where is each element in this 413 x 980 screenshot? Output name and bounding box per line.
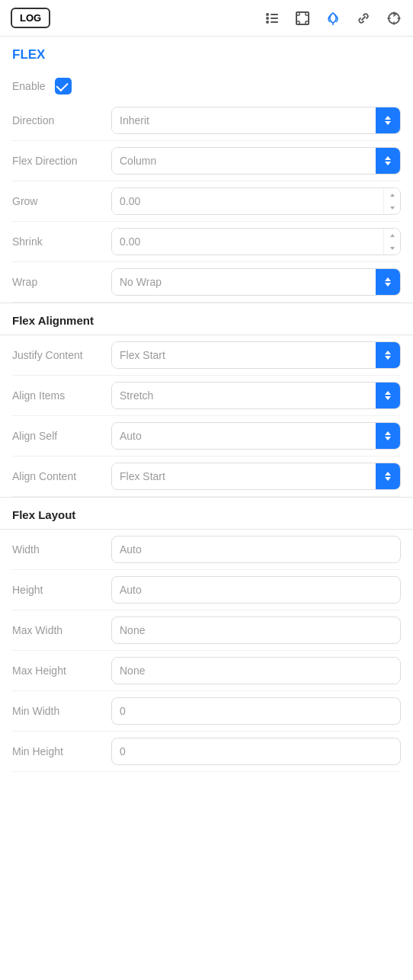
svg-point-0 bbox=[266, 13, 269, 16]
field-label: Justify Content bbox=[12, 349, 111, 361]
field-control bbox=[111, 738, 401, 765]
select-wrapper[interactable]: Flex Start bbox=[111, 341, 401, 369]
spin-up-button[interactable] bbox=[384, 188, 400, 201]
field-label: Max Height bbox=[12, 665, 111, 677]
arrow-up-icon bbox=[385, 156, 391, 160]
field-row: Min Height bbox=[12, 732, 401, 772]
frame-icon[interactable] bbox=[294, 10, 311, 27]
select-wrapper[interactable]: Column bbox=[111, 147, 401, 175]
field-label: Shrink bbox=[12, 235, 111, 248]
field-control bbox=[111, 697, 401, 725]
log-button[interactable]: LOG bbox=[11, 8, 50, 28]
plain-input[interactable] bbox=[111, 617, 401, 644]
field-label: Height bbox=[12, 584, 111, 596]
field-label: Align Items bbox=[12, 389, 111, 402]
select-arrow-button[interactable] bbox=[376, 383, 400, 408]
field-control: 0.00 bbox=[111, 187, 401, 215]
enable-label: Enable bbox=[12, 80, 46, 92]
arrow-down-icon bbox=[385, 283, 391, 287]
select-wrapper[interactable]: Auto bbox=[111, 422, 401, 450]
number-value: 0.00 bbox=[112, 229, 383, 255]
svg-point-4 bbox=[266, 21, 269, 24]
arrow-down-icon bbox=[385, 437, 391, 440]
target-icon[interactable] bbox=[386, 10, 402, 27]
field-label: Width bbox=[12, 543, 111, 556]
arrow-up-icon bbox=[385, 391, 391, 395]
select-arrow-button[interactable] bbox=[376, 342, 400, 368]
field-control: Auto bbox=[111, 422, 401, 450]
plain-input[interactable] bbox=[111, 536, 401, 563]
select-value: Flex Start bbox=[112, 342, 376, 368]
field-label: Min Height bbox=[12, 745, 111, 757]
field-control: Column bbox=[111, 147, 401, 175]
field-label: Align Content bbox=[12, 470, 111, 482]
field-row: Align Items Stretch bbox=[12, 376, 401, 416]
select-value: Column bbox=[112, 148, 376, 174]
field-control: Stretch bbox=[111, 382, 401, 409]
plain-input[interactable] bbox=[111, 738, 401, 765]
enable-checkbox[interactable] bbox=[55, 78, 72, 94]
field-control: 0.00 bbox=[111, 228, 401, 255]
link-icon[interactable] bbox=[355, 10, 372, 27]
select-value: Flex Start bbox=[112, 463, 376, 489]
arrow-down-icon bbox=[385, 356, 391, 360]
spin-down-button[interactable] bbox=[384, 201, 400, 214]
field-control: Flex Start bbox=[111, 463, 401, 490]
field-row: Shrink 0.00 bbox=[12, 222, 401, 262]
arrow-up-icon bbox=[385, 277, 391, 281]
field-label: Align Self bbox=[12, 430, 111, 442]
field-control: No Wrap bbox=[111, 268, 401, 296]
number-input-wrapper: 0.00 bbox=[111, 187, 401, 215]
select-arrow-button[interactable] bbox=[376, 269, 400, 295]
list-icon[interactable] bbox=[264, 10, 280, 27]
field-row: Direction Inherit bbox=[12, 101, 401, 141]
top-icons bbox=[264, 10, 402, 27]
field-row: Align Content Flex Start bbox=[12, 456, 401, 497]
select-value: Stretch bbox=[112, 383, 376, 408]
number-spinner[interactable] bbox=[383, 229, 400, 255]
select-wrapper[interactable]: No Wrap bbox=[111, 268, 401, 296]
spin-up-button[interactable] bbox=[384, 229, 400, 242]
field-control bbox=[111, 617, 401, 644]
arrow-down-icon bbox=[385, 162, 391, 165]
plain-input[interactable] bbox=[111, 576, 401, 604]
lotus-icon[interactable] bbox=[325, 10, 341, 27]
select-arrow-button[interactable] bbox=[376, 463, 400, 489]
field-control bbox=[111, 536, 401, 563]
arrow-up-icon bbox=[385, 431, 391, 435]
arrow-up-icon bbox=[385, 472, 391, 476]
field-control: Inherit bbox=[111, 107, 401, 134]
field-row: Align Self Auto bbox=[12, 416, 401, 456]
basic-fields-panel: Direction Inherit Flex Direction Column bbox=[0, 101, 413, 303]
layout-header: Flex Layout bbox=[0, 497, 413, 530]
arrow-up-icon bbox=[385, 116, 391, 120]
svg-rect-5 bbox=[271, 21, 278, 23]
field-label: Min Width bbox=[12, 705, 111, 717]
select-wrapper[interactable]: Stretch bbox=[111, 382, 401, 409]
field-row: Max Height bbox=[12, 651, 401, 691]
select-wrapper[interactable]: Inherit bbox=[111, 107, 401, 134]
field-label: Direction bbox=[12, 114, 111, 127]
arrow-down-icon bbox=[385, 477, 391, 481]
spin-down-button[interactable] bbox=[384, 242, 400, 255]
field-row: Min Width bbox=[12, 691, 401, 732]
svg-rect-6 bbox=[296, 12, 309, 24]
select-value: No Wrap bbox=[112, 269, 376, 295]
field-label: Grow bbox=[12, 195, 111, 207]
alignment-fields-panel: Justify Content Flex Start Align Items S… bbox=[0, 335, 413, 497]
enable-row: Enable bbox=[0, 70, 413, 101]
select-wrapper[interactable]: Flex Start bbox=[111, 463, 401, 490]
number-spinner[interactable] bbox=[383, 188, 400, 214]
select-arrow-button[interactable] bbox=[376, 148, 400, 174]
layout-fields-panel: Width Height Max Width Max Height bbox=[0, 530, 413, 772]
select-arrow-button[interactable] bbox=[376, 423, 400, 449]
field-control bbox=[111, 576, 401, 604]
field-row: Max Width bbox=[12, 610, 401, 651]
plain-input[interactable] bbox=[111, 697, 401, 725]
select-arrow-button[interactable] bbox=[376, 107, 400, 133]
arrow-down-icon bbox=[385, 396, 391, 400]
plain-input[interactable] bbox=[111, 657, 401, 684]
field-label: Max Width bbox=[12, 624, 111, 636]
field-row: Justify Content Flex Start bbox=[12, 335, 401, 376]
arrow-up-icon bbox=[385, 351, 391, 354]
